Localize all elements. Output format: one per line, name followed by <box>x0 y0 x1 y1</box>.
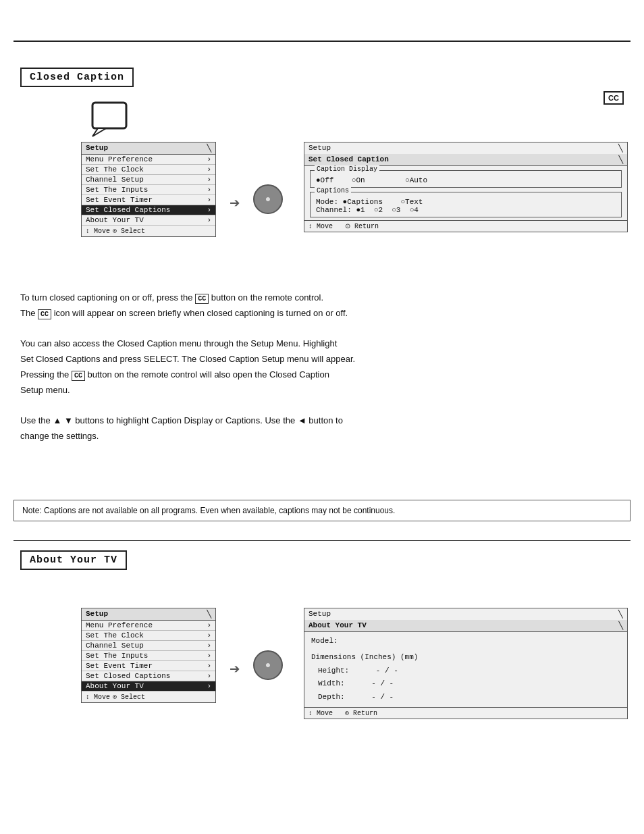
arrow-icon-about: ➔ <box>230 658 240 680</box>
svg-marker-1 <box>92 128 106 136</box>
setup-menu-title: Setup ╲ <box>82 142 215 155</box>
about-menu-item-set-the-inputs: Set The Inputs› <box>82 651 215 661</box>
about-menu-title: About Your TV╲ <box>304 620 627 632</box>
select-button-about[interactable]: ● <box>253 650 283 680</box>
setup-menu-cc: Setup ╲ Menu Preference› Set The Clock› … <box>81 142 216 237</box>
channel-options: Channel: ●1 ○2 ○3 ○4 <box>316 206 616 214</box>
menu-item-set-closed-captions: Set Closed Captions› <box>82 205 215 215</box>
depth-row: Depth: - / - <box>318 691 620 704</box>
about-menu-item-set-the-clock: Set The Clock› <box>82 631 215 641</box>
top-rule <box>14 41 630 42</box>
note-box: Note: Captions are not available on all … <box>14 500 630 521</box>
caption-setup-menu: Setup╲ Set Closed Caption╲ Caption Displ… <box>304 142 628 232</box>
cc-badge-top: CC <box>603 91 624 105</box>
section-divider <box>14 540 630 541</box>
chat-bubble-icon <box>91 101 132 141</box>
menu-item-menu-preference: Menu Preference› <box>82 155 215 165</box>
about-menu-setup-label: Setup╲ <box>304 608 627 620</box>
mode-options: Mode: ●Captions ○Text <box>316 195 616 206</box>
caption-display-section: Caption Display ●Off ○On ○Auto <box>310 170 622 188</box>
captions-label: Captions <box>315 187 351 194</box>
menu-item-channel-setup: Channel Setup› <box>82 175 215 185</box>
about-menu-item-menu-preference: Menu Preference› <box>82 621 215 631</box>
about-menu-item-about-your-tv: About Your TV› <box>82 681 215 692</box>
caption-menu-footer: ↕ Move ⊙ Return <box>304 220 627 232</box>
cc-body-text: To turn closed captioning on or off, pre… <box>20 290 624 444</box>
about-setup-menu-title: Setup╲ <box>82 608 215 621</box>
caption-setup-subtitle: Set Closed Caption╲ <box>304 154 627 166</box>
caption-display-label: Caption Display <box>315 165 379 173</box>
about-tv-menu: Setup╲ About Your TV╲ Model: Dimensions … <box>304 608 628 719</box>
setup-menu-footer: ↕ Move ⊙ Select <box>82 226 215 236</box>
about-menu-footer: ↕ Move ⊙ Return <box>304 707 627 719</box>
closed-caption-header: Closed Caption <box>20 68 134 87</box>
menu-item-set-the-clock: Set The Clock› <box>82 165 215 175</box>
about-menu-content: Model: Dimensions (Inches) (mm) Height: … <box>304 632 627 707</box>
dimensions-label: Dimensions (Inches) (mm) <box>311 651 620 664</box>
menu-item-set-event-timer: Set Event Timer› <box>82 195 215 205</box>
setup-menu-about: Setup╲ Menu Preference› Set The Clock› C… <box>81 608 216 703</box>
about-menu-item-set-event-timer: Set Event Timer› <box>82 661 215 671</box>
about-your-tv-header: About Your TV <box>20 550 127 570</box>
arrow-icon-cc: ➔ <box>230 192 240 214</box>
height-row: Height: - / - <box>318 664 620 678</box>
width-row: Width: - / - <box>318 677 620 691</box>
captions-section: Captions Mode: ●Captions ○Text Channel: … <box>310 192 622 217</box>
svg-rect-0 <box>92 103 126 128</box>
about-setup-menu-footer: ↕ Move ⊙ Select <box>82 692 215 702</box>
about-menu-item-set-closed-captions: Set Closed Captions› <box>82 671 215 681</box>
menu-item-about-your-tv: About Your TV› <box>82 215 215 226</box>
select-button-cc[interactable]: ● <box>253 184 283 214</box>
about-menu-item-channel-setup: Channel Setup› <box>82 641 215 651</box>
caption-setup-title: Setup╲ <box>304 142 627 154</box>
menu-item-set-the-inputs: Set The Inputs› <box>82 185 215 195</box>
caption-display-options: ●Off ○On ○Auto <box>316 174 616 184</box>
